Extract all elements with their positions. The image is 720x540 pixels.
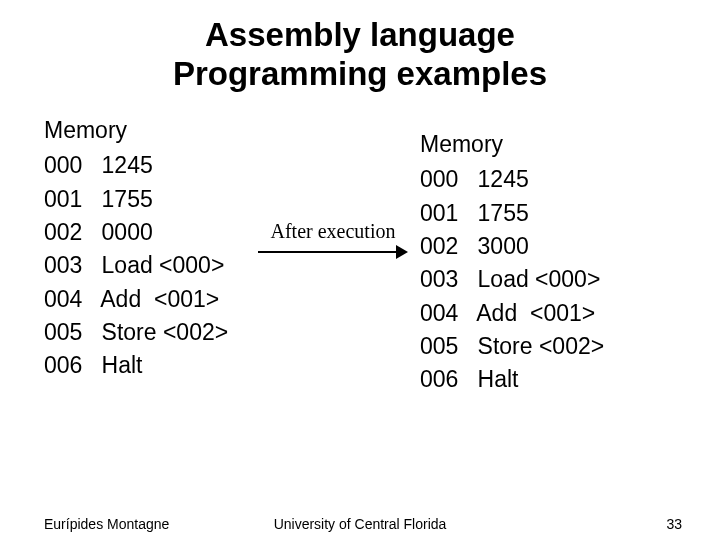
table-row: 005 Store <002> [44,316,228,349]
title-line-2: Programming examples [0,55,720,94]
slide-title: Assembly language Programming examples [0,0,720,94]
after-execution-annotation: After execution [258,220,408,259]
table-row: 006 Halt [44,349,228,382]
table-row: 003 Load <000> [44,249,228,282]
memory-after-header: Memory [420,128,604,161]
arrow-right-icon [258,245,408,259]
title-line-1: Assembly language [0,16,720,55]
memory-after: Memory 000 1245 001 1755 002 3000 003 Lo… [420,128,604,397]
table-row: 001 1755 [44,183,228,216]
after-execution-label: After execution [258,220,408,243]
footer-org: University of Central Florida [0,516,720,532]
memory-before-header: Memory [44,114,228,147]
footer-page-number: 33 [666,516,682,532]
table-row: 000 1245 [44,149,228,182]
table-row: 004 Add <001> [44,283,228,316]
memory-before: Memory 000 1245 001 1755 002 0000 003 Lo… [44,114,228,383]
table-row: 002 0000 [44,216,228,249]
table-row: 005 Store <002> [420,330,604,363]
table-row: 006 Halt [420,363,604,396]
table-row: 004 Add <001> [420,297,604,330]
table-row: 003 Load <000> [420,263,604,296]
table-row: 000 1245 [420,163,604,196]
table-row: 002 3000 [420,230,604,263]
table-row: 001 1755 [420,197,604,230]
